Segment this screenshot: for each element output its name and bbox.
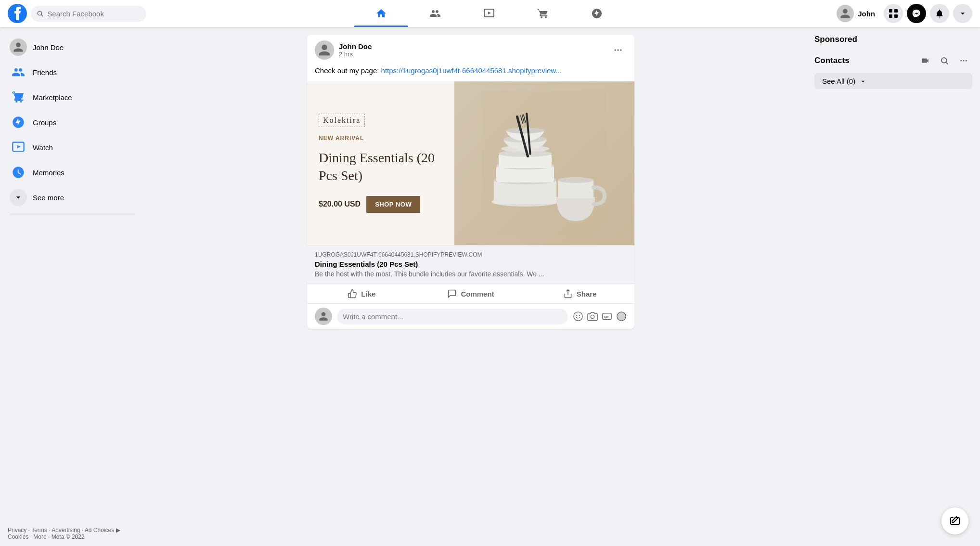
post-author-name[interactable]: John Doe (339, 42, 605, 51)
ad-price-row: $20.00 USD SHOP NOW (319, 196, 443, 213)
sidebar-user[interactable]: John Doe (4, 35, 141, 60)
ad-right-panel (454, 81, 634, 245)
footer-links: Privacy · Terms · Advertising · Ad Choic… (8, 527, 120, 540)
link-preview[interactable]: 1UGROGAS0J1UWF4T-66640445681.SHOPIFYPREV… (307, 245, 634, 284)
contacts-title: Contacts (814, 56, 916, 65)
comment-input[interactable] (337, 309, 568, 325)
sticker-icon[interactable] (616, 311, 627, 322)
messenger-button[interactable] (907, 4, 926, 23)
post-text: Check out my page: https://1ugrogas0j1uw… (307, 65, 634, 81)
search-icon (37, 10, 43, 17)
sidebar-item-seemore[interactable]: See more (4, 185, 141, 210)
svg-point-37 (591, 315, 594, 318)
sidebar-user-avatar (10, 39, 27, 56)
user-name: John (858, 10, 875, 18)
svg-point-35 (576, 315, 577, 316)
contacts-more-button[interactable] (955, 52, 972, 69)
dishes-illustration (482, 91, 607, 235)
search-bar[interactable] (31, 6, 146, 22)
sidebar-item-groups[interactable]: Groups (4, 110, 141, 135)
sidebar: John Doe Friends Marketplace (0, 27, 144, 546)
facebook-logo[interactable] (8, 4, 27, 23)
ellipsis-contacts-icon (959, 56, 968, 65)
comment-area: GIF (307, 303, 634, 329)
main-layout: John Doe Friends Marketplace (0, 0, 980, 546)
notifications-button[interactable] (930, 4, 949, 23)
post-more-button[interactable] (609, 41, 627, 59)
ad-product-title: Dining Essentials (20 Pcs Set) (319, 149, 443, 184)
share-label: Share (577, 290, 597, 298)
ad-left-panel: Kolektira NEW ARRIVAL Dining Essentials … (307, 81, 454, 245)
sidebar-footer: Privacy · Terms · Advertising · Ad Choic… (0, 523, 144, 546)
camera-icon[interactable] (587, 311, 598, 322)
share-button[interactable]: Share (527, 286, 632, 301)
post-link[interactable]: https://1ugrogas0j1uwf4t-66640445681.sho… (381, 66, 562, 75)
sidebar-marketplace-label: Marketplace (33, 93, 72, 102)
gif-icon[interactable]: GIF (602, 311, 612, 322)
menu-button[interactable] (953, 4, 972, 23)
svg-marker-12 (17, 145, 21, 148)
grid-icon (889, 9, 898, 18)
sidebar-item-memories[interactable]: Memories (4, 160, 141, 185)
link-preview-title: Dining Essentials (20 Pcs Set) (315, 260, 627, 268)
svg-point-34 (574, 312, 582, 321)
sponsored-title: Sponsored (814, 35, 972, 44)
emoji-icon[interactable] (573, 311, 583, 322)
compose-button[interactable] (941, 507, 968, 534)
see-all-label: See All (0) (822, 77, 855, 85)
post-header: John Doe 2 hrs (307, 35, 634, 65)
nav-friends[interactable] (408, 2, 462, 25)
user-avatar (837, 5, 854, 22)
svg-text:GIF: GIF (604, 315, 609, 319)
memories-sidebar-icon (12, 166, 25, 179)
nav-home[interactable] (354, 2, 408, 25)
post-header-info: John Doe 2 hrs (339, 42, 605, 58)
see-all-button[interactable]: See All (0) (814, 73, 972, 89)
comment-icon (447, 289, 457, 299)
marketplace-icon (537, 8, 549, 19)
sidebar-item-watch[interactable]: Watch (4, 135, 141, 160)
sidebar-friends-label: Friends (33, 68, 57, 77)
post-card: John Doe 2 hrs Check out my page: https:… (307, 35, 634, 329)
nav-right: John (832, 2, 972, 25)
svg-point-5 (541, 16, 542, 18)
chevron-down-sidebar-icon (13, 193, 23, 202)
nav-groups[interactable] (570, 2, 624, 25)
video-call-button[interactable] (916, 52, 934, 69)
search-input[interactable] (47, 10, 141, 18)
user-profile-pill[interactable]: John (832, 2, 880, 25)
ad-badge: NEW ARRIVAL (319, 135, 443, 142)
svg-point-45 (966, 60, 967, 62)
svg-rect-7 (889, 9, 892, 13)
like-button[interactable]: Like (309, 286, 414, 301)
nav-center (146, 2, 832, 25)
compose-icon (949, 515, 961, 527)
friends-icon (429, 8, 441, 19)
svg-point-44 (963, 60, 965, 62)
svg-point-14 (617, 49, 619, 51)
sidebar-groups-label: Groups (33, 118, 56, 127)
contacts-icons (916, 52, 972, 69)
post-author-avatar[interactable] (315, 40, 334, 60)
sidebar-item-friends[interactable]: Friends (4, 60, 141, 85)
right-panel: Sponsored Contacts (807, 27, 980, 546)
contacts-header: Contacts (814, 52, 972, 69)
svg-point-26 (506, 128, 544, 133)
ad-price: $20.00 USD (319, 200, 361, 208)
search-contacts-button[interactable] (936, 52, 953, 69)
chevron-down-icon (958, 9, 967, 18)
comment-button[interactable]: Comment (418, 286, 524, 301)
shop-now-button[interactable]: SHOP NOW (366, 196, 420, 213)
sidebar-seemore-label: See more (33, 194, 64, 202)
nav-watch[interactable] (462, 2, 516, 25)
ellipsis-icon (613, 45, 623, 55)
comment-icons: GIF (573, 311, 627, 322)
apps-button[interactable] (884, 4, 903, 23)
comment-label: Comment (461, 290, 494, 298)
svg-line-2 (41, 15, 43, 16)
sidebar-divider (10, 214, 135, 214)
sidebar-item-marketplace[interactable]: Marketplace (4, 85, 141, 110)
chevron-see-all-icon (859, 78, 867, 85)
post-image-area[interactable]: Kolektira NEW ARRIVAL Dining Essentials … (307, 81, 634, 245)
nav-marketplace[interactable] (516, 2, 570, 25)
